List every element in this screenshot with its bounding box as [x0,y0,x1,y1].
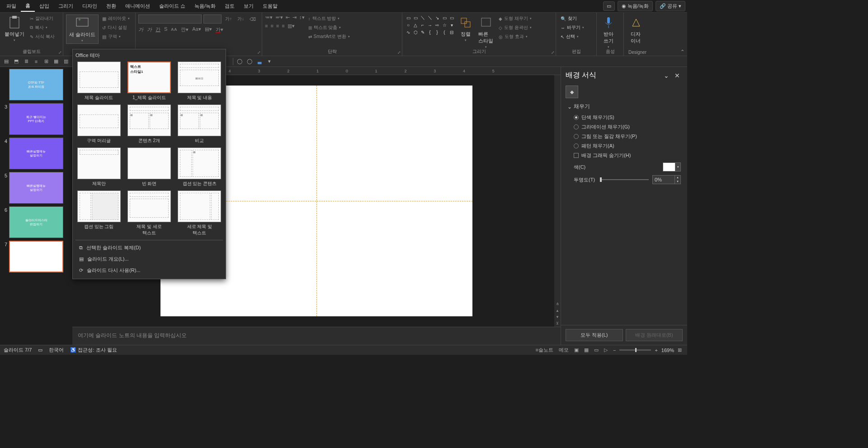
justify-button[interactable]: ≡ [282,23,284,29]
align-left-button[interactable]: ≡ [265,23,268,29]
drawing-launcher[interactable]: ⤢ [551,50,555,55]
arrange-button[interactable]: 정렬 ▾ [457,14,475,43]
scroll-up-icon[interactable]: ▲ [555,308,560,313]
reset-button[interactable]: ↺다시 설정 [100,24,132,32]
zoom-out[interactable]: − [611,347,618,354]
bullets-button[interactable]: ≔▾ [265,14,273,20]
layout-blank[interactable]: 빈 화면 [126,148,172,187]
menu-draw[interactable]: 그리기 [54,1,78,11]
shape-rect4[interactable]: ▭ [448,14,455,21]
increase-font-button[interactable]: 가↑ [223,14,234,24]
copy-button[interactable]: ⧉복사▾ [28,24,57,32]
layout-button[interactable]: ▦레이아웃▾ [100,14,132,23]
shape-arrow[interactable]: ↘ [434,14,440,21]
line-spacing-button[interactable]: ↕▾ [299,14,305,20]
qat-btn-3[interactable]: ≣ [22,57,31,66]
font-color-button[interactable]: 가▾ [216,26,223,33]
spin-up[interactable]: ▲ [675,176,680,180]
view-slideshow[interactable]: ▷ [602,346,609,354]
radio-gradient-fill[interactable]: 그라데이션 채우기(G) [574,124,681,130]
scroll-prev-slide[interactable]: ≛ [555,301,560,307]
select-button[interactable]: ↖선택▾ [559,33,586,41]
shape-curve[interactable]: ∿ [405,29,411,35]
reuse-slides-menu[interactable]: ⟳슬라이드 다시 사용(R)... [75,265,223,276]
thumb-preview[interactable]: 빠른실행메뉴 설정하기 [9,172,63,204]
new-slide-button[interactable]: + 새 슬라이드 ▾ [66,14,99,44]
zoom-in[interactable]: + [653,347,659,354]
layout-title-only[interactable]: 제목만 [75,148,122,187]
thumb-preview[interactable] [9,241,63,272]
notes-pane[interactable]: 여기에 슬라이드 노트의 내용을 입력하십시오 [72,327,561,345]
fill-color-button[interactable]: ▾ [663,162,681,172]
language-indicator[interactable]: 한국어 [49,347,64,353]
scroll-next-slide[interactable]: ⊻ [555,320,560,326]
shape-rect3[interactable]: ▭ [441,14,448,21]
spin-down[interactable]: ▼ [675,180,680,184]
layout-title-slide[interactable]: 제목 슬라이드 [75,62,122,101]
transparency-value[interactable] [653,176,675,183]
shape-more[interactable]: ▾ [448,22,455,28]
shape-paren[interactable]: ( [441,29,448,35]
slide-counter[interactable]: 슬라이드 7/7 [4,347,32,353]
text-align-button[interactable]: ⊞텍스트 맞춤▾ [307,24,352,32]
dictate-button[interactable]: 받아 쓰기 ▾ [599,14,618,50]
align-center-button[interactable]: ≡ [270,23,273,29]
shape-expand[interactable]: ⊟ [448,29,455,35]
paragraph-launcher[interactable]: ⤢ [397,50,401,55]
shadow-button[interactable]: ᴀᴀ [171,26,177,33]
bold-button[interactable]: 가 [138,26,143,33]
view-normal[interactable]: ▣ [572,346,580,354]
decrease-font-button[interactable]: 가↓ [236,14,246,24]
shape-effects-button[interactable]: ◎도형 효과▾ [497,33,533,41]
apply-all-button[interactable]: 모두 적용(L) [566,329,623,341]
font-family-select[interactable] [138,14,202,24]
cut-button[interactable]: ✂잘라내기 [28,14,57,23]
radio-picture-fill[interactable]: 그림 또는 질감 채우기(P) [574,133,681,140]
qat-btn-2[interactable]: ⬒ [12,57,21,66]
highlight-button[interactable]: ▤▾ [205,26,212,33]
transparency-slider[interactable] [600,179,649,181]
text-direction-button[interactable]: ↕텍스트 방향▾ [307,14,352,23]
align-right-button[interactable]: ≡ [276,23,279,29]
thumb-preview[interactable]: 슬라이드마스터 편집하기 [9,206,63,238]
thumb-preview[interactable]: 퇴근 빨라지는 PPT 단축키 [9,103,63,135]
shape-tri[interactable]: △ [412,22,419,28]
menu-file[interactable]: 파일 [2,1,21,11]
numbering-button[interactable]: ≕▾ [275,14,283,20]
menu-home[interactable]: 홈 [21,0,35,12]
layout-vertical-title-text[interactable]: 세로 제목 및 텍스트 [176,191,223,236]
underline-button[interactable]: 간 [156,26,160,33]
spell-check-icon[interactable]: ▭ [38,347,42,353]
indent-button[interactable]: ⇥ [292,14,297,20]
qat-display[interactable]: ▃ [255,57,264,66]
reset-background-button[interactable]: 배경 원래대로(B) [626,329,683,341]
change-case-button[interactable]: Aa▾ [192,26,201,33]
shape-arrow-r[interactable]: → [427,22,433,28]
qat-btn-4[interactable]: ≡ [32,57,41,66]
replace-button[interactable]: ↔바꾸기▾ [559,24,586,32]
quick-styles-button[interactable]: 빠른 스타일 ▾ [476,14,495,50]
char-spacing-button[interactable]: 깐▾ [181,26,189,33]
clipboard-launcher[interactable]: ⤢ [58,50,62,55]
qat-btn-1[interactable]: ▤ [2,57,11,66]
find-button[interactable]: 🔍찾기 [559,14,586,23]
menu-review[interactable]: 검토 [220,1,239,11]
zoom-slider[interactable] [619,349,651,351]
fit-to-window[interactable]: ⊞ [676,346,684,354]
menu-view[interactable]: 보기 [239,1,258,11]
qat-btn-6[interactable]: ▦ [52,57,61,66]
guide-vertical[interactable] [316,86,317,316]
menu-transitions[interactable]: 전환 [102,1,121,11]
layout-section-header[interactable]: 구역 머리글 [75,105,122,144]
layout-two-content[interactable]: ▦▦콘텐츠 2개 [126,105,172,144]
shape-conn[interactable]: ⌐ [420,22,426,28]
thumbnail-slide-2[interactable]: OTF와 TTF 폰트 차이점 [2,69,71,100]
shape-circle[interactable]: ○ [405,22,411,28]
pane-options-button[interactable]: ⌄ [661,71,672,80]
shape-outline-button[interactable]: ◇도형 윤곽선▾ [497,24,533,32]
designer-button[interactable]: 디자 이너 [627,14,645,45]
shape-brace-r[interactable]: } [434,29,440,35]
menu-help[interactable]: 도움말 [258,1,282,11]
slides-from-outline-menu[interactable]: ▤슬라이드 개요(L)... [75,253,223,265]
view-reading[interactable]: ▭ [592,346,600,354]
